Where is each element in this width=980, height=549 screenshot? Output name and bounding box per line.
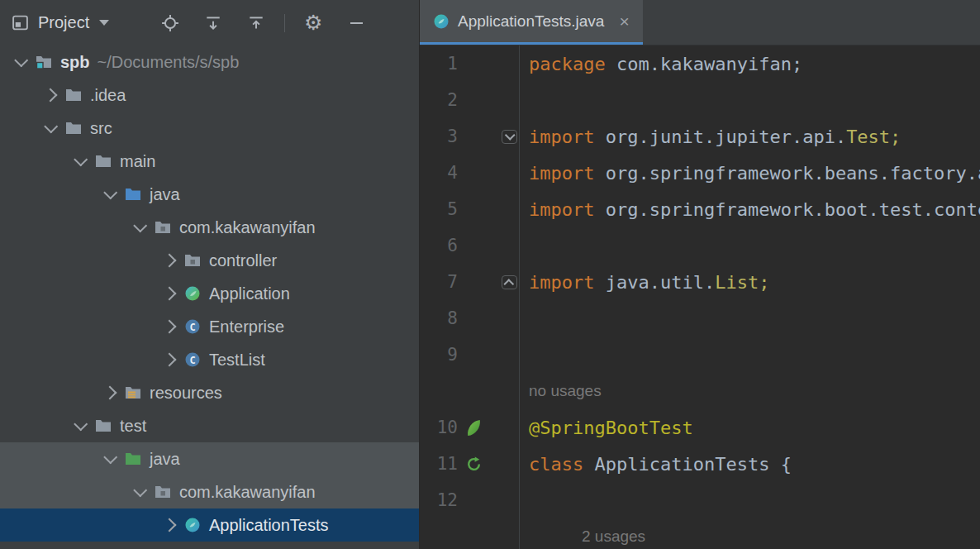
line-number[interactable]: 5 [420,199,458,219]
folder-icon [65,87,82,103]
code-line-12[interactable]: 12 [420,482,980,518]
chevron-expanded-icon[interactable] [103,450,117,464]
tree-item-enterprise[interactable]: CEnterprise [0,310,419,343]
class-icon: C [184,318,201,335]
chevron-expanded-icon[interactable] [74,417,88,431]
inlay-hint-row[interactable]: no usages [420,373,980,409]
code-area[interactable]: 1package com.kakawanyifan;23import org.j… [420,45,980,549]
tree-item-main[interactable]: main [0,145,419,178]
tree-item-label: resources [150,384,222,403]
tree-item-java[interactable]: java [0,178,419,211]
code-line-1[interactable]: 1package com.kakawanyifan; [420,45,980,82]
chevron-collapsed-icon[interactable] [162,254,176,268]
code-text[interactable]: class ApplicationTests { [519,454,792,475]
chevron-collapsed-icon[interactable] [162,518,176,532]
code-token: import [529,127,594,147]
chevron-expanded-icon[interactable] [44,119,58,133]
chevron-expanded-icon[interactable] [14,53,28,67]
chevron-collapsed-icon[interactable] [162,287,176,301]
folder-icon [65,120,82,136]
usages-inlay-hint[interactable]: 2 usages [519,528,645,546]
chevron-expanded-icon[interactable] [103,185,117,199]
chevron-collapsed-icon[interactable] [43,88,57,103]
line-number[interactable]: 2 [420,90,458,110]
expand-all-icon[interactable] [203,13,223,33]
line-number[interactable]: 6 [420,236,458,255]
code-line-11[interactable]: 11class ApplicationTests { [420,446,980,482]
code-text[interactable]: import org.springframework.beans.factory… [519,163,980,184]
spring-leaf-icon[interactable] [458,421,489,435]
chevron-expanded-icon[interactable] [74,152,88,166]
code-line-3[interactable]: 3import org.junit.jupiter.api.Test; [420,118,980,155]
tree-item-applicationtests[interactable]: ApplicationTests [0,508,419,542]
tree-item-label: src [90,119,112,138]
usages-inlay-hint[interactable]: no usages [519,382,602,400]
code-line-5[interactable]: 5import org.springframework.boot.test.co… [420,191,980,227]
code-line-7[interactable]: 7import java.util.List; [420,264,980,300]
chevron-down-icon[interactable] [99,20,109,26]
line-number[interactable]: 12 [420,490,458,510]
tree-item-idea[interactable]: .idea [0,79,419,112]
fold-slot[interactable] [489,275,519,289]
tree-item-label: main [120,152,155,171]
code-line-9[interactable]: 9 [420,337,980,373]
code-line-4[interactable]: 4import org.springframework.beans.factor… [420,155,980,191]
package-icon [155,219,171,236]
project-tool-window-icon[interactable] [10,13,30,33]
tree-item-src[interactable]: src [0,112,419,145]
fold-marker-up-icon[interactable] [502,275,517,289]
code-line-2[interactable]: 2 [420,82,980,118]
chevron-collapsed-icon[interactable] [162,320,176,334]
tree-item-resources[interactable]: resources [0,376,419,409]
fold-slot[interactable] [489,130,519,144]
panel-toolbar-actions: ⚙ [160,13,366,33]
tree-item-label: Enterprise [209,317,284,337]
line-number[interactable]: 9 [420,345,458,365]
tree-item-com-kakawanyifan[interactable]: com.kakawanyifan [0,475,419,508]
inlay-hint-row[interactable]: 2 usages [420,518,980,549]
tree-item-testlist[interactable]: CTestList [0,343,419,376]
chevron-expanded-icon[interactable] [133,483,147,497]
tree-item-label: Application [209,284,290,303]
line-number[interactable]: 10 [420,418,458,437]
code-line-8[interactable]: 8 [420,300,980,337]
line-number[interactable]: 11 [420,454,458,474]
select-opened-file-icon[interactable] [160,13,180,33]
package-icon [155,484,171,500]
ide-window: Project ⚙ spb~/Documents/s/spb.ideasrcma… [0,0,980,549]
code-text[interactable]: package com.kakawanyifan; [519,54,802,74]
tree-item-controller[interactable]: controller [0,244,419,277]
code-text[interactable]: import org.springframework.boot.test.con… [519,199,980,220]
code-text[interactable]: import org.junit.jupiter.api.Test; [519,127,901,147]
collapse-all-icon[interactable] [246,13,266,33]
tree-item-java[interactable]: java [0,442,419,475]
tree-item-test[interactable]: test [0,409,419,442]
code-line-10[interactable]: 10@SpringBootTest [420,409,980,446]
settings-icon[interactable]: ⚙ [303,13,323,33]
line-number[interactable]: 1 [420,54,458,74]
tree-item-partial[interactable] [0,542,419,549]
code-token: Test; [846,127,901,147]
close-icon[interactable]: × [619,12,629,30]
line-number[interactable]: 4 [420,163,458,183]
code-token: import [529,199,594,220]
hide-panel-icon[interactable] [346,13,366,33]
chevron-expanded-icon[interactable] [133,218,147,232]
fold-marker-down-icon[interactable] [502,130,517,144]
line-number[interactable]: 7 [420,272,458,292]
svg-text:C: C [189,322,195,333]
tab-title[interactable]: ApplicationTests.java [458,12,604,31]
code-line-6[interactable]: 6 [420,227,980,264]
editor-tab-applicationtests-java[interactable]: ApplicationTests.java × [420,0,643,45]
tree-item-spb[interactable]: spb~/Documents/s/spb [0,45,419,79]
code-text[interactable]: @SpringBootTest [519,418,693,438]
run-test-icon[interactable] [458,456,489,472]
line-number[interactable]: 3 [420,127,458,146]
project-view-title[interactable]: Project [38,13,89,32]
chevron-collapsed-icon[interactable] [162,353,176,367]
chevron-collapsed-icon[interactable] [102,386,117,400]
tree-item-application[interactable]: Application [0,277,419,310]
tree-item-com-kakawanyifan[interactable]: com.kakawanyifan [0,211,419,244]
line-number[interactable]: 8 [420,308,458,328]
code-text[interactable]: import java.util.List; [519,272,769,293]
